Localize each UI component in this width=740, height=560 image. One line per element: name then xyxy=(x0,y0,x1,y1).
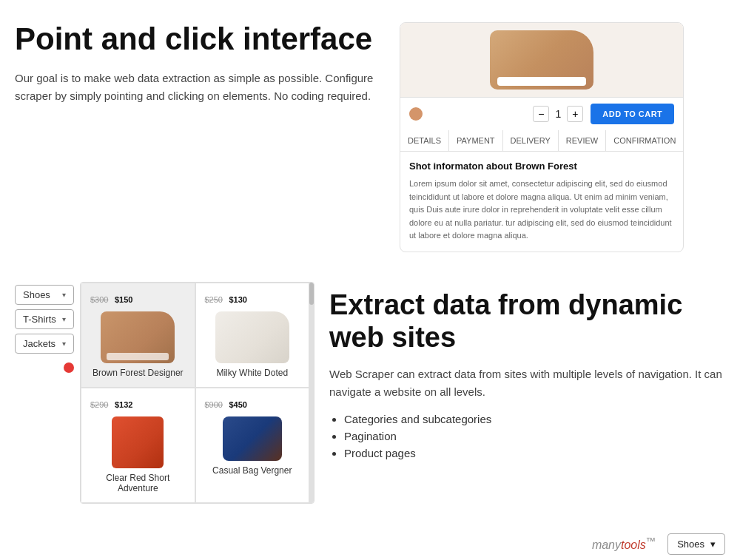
extract-heading: Extract data from dynamic web sites xyxy=(329,289,725,354)
tab-review[interactable]: REVIEW xyxy=(559,130,606,151)
bottom-dropdown-label: Shoes xyxy=(677,539,704,550)
product-4-prices: $900 $450 xyxy=(205,397,247,411)
tab-details[interactable]: DETAILS xyxy=(400,130,449,151)
tab-delivery[interactable]: DELIVERY xyxy=(503,130,559,151)
product-info-text: Lorem ipsum dolor sit amet, consectetur … xyxy=(409,178,674,243)
product-3-new-price: $132 xyxy=(115,400,132,409)
product-4-name: Casual Bag Vergner xyxy=(212,465,292,476)
add-to-cart-button[interactable]: ADD TO CART xyxy=(591,104,674,124)
filter-tshirts[interactable]: T-Shirts ▾ xyxy=(15,309,74,329)
filter-jackets[interactable]: Jackets ▾ xyxy=(15,334,74,354)
product-tabs: DETAILS PAYMENT DELIVERY REVIEW CONFIRMA… xyxy=(400,130,683,152)
product-card: − 1 + ADD TO CART DETAILS PAYMENT DELIVE… xyxy=(400,22,684,252)
bullet-3: Product pages xyxy=(344,447,725,459)
product-4-new-price: $450 xyxy=(229,400,246,409)
bottom-shoes-dropdown[interactable]: Shoes ▾ xyxy=(667,533,725,555)
middle-section: Shoes ▾ T-Shirts ▾ Jackets ▾ xyxy=(0,267,740,519)
manytools-logo: manytools™ xyxy=(592,536,656,552)
product-item-2[interactable]: $250 $130 Milky White Doted xyxy=(195,283,310,388)
filter-jackets-label: Jackets xyxy=(23,338,56,349)
page: Point and click interface Our goal is to… xyxy=(0,0,740,560)
product-info-title: Shot informaton about Brown Forest xyxy=(409,161,674,172)
product-2-new-price: $130 xyxy=(229,295,246,304)
qty-decrease-button[interactable]: − xyxy=(533,106,549,122)
tab-confirmation[interactable]: CONFIRMATION xyxy=(606,130,683,151)
chevron-down-icon: ▾ xyxy=(62,291,66,299)
tab-payment[interactable]: PAYMENT xyxy=(449,130,503,151)
chevron-down-icon: ▾ xyxy=(62,340,66,348)
filter-shoes-label: Shoes xyxy=(23,289,50,300)
product-2-image xyxy=(215,311,289,363)
filter-tshirts-label: T-Shirts xyxy=(23,314,56,325)
selection-indicator xyxy=(64,362,74,373)
extract-description: Web Scraper can extract data from sites … xyxy=(329,365,725,401)
quantity-control: − 1 + xyxy=(533,106,583,122)
page-title: Point and click interface xyxy=(15,22,385,56)
product-1-old-price: $300 xyxy=(90,295,108,304)
chevron-down-icon: ▾ xyxy=(62,315,66,323)
color-swatch[interactable] xyxy=(409,107,423,121)
product-1-name: Brown Forest Designer xyxy=(92,368,184,378)
product-1-image xyxy=(101,311,175,363)
bottom-bar: manytools™ Shoes ▾ xyxy=(0,519,740,560)
product-1-prices: $300 $150 xyxy=(90,292,132,306)
product-image xyxy=(490,30,593,90)
quantity-value: 1 xyxy=(555,108,561,120)
product-card-preview: − 1 + ADD TO CART DETAILS PAYMENT DELIVE… xyxy=(400,22,684,252)
product-3-image xyxy=(112,416,164,468)
scrollbar[interactable] xyxy=(309,283,314,503)
left-panel: Shoes ▾ T-Shirts ▾ Jackets ▾ xyxy=(15,282,314,504)
product-2-old-price: $250 xyxy=(205,295,223,304)
scrollbar-thumb[interactable] xyxy=(309,283,314,305)
bullet-2: Pagination xyxy=(344,430,725,442)
filter-shoes[interactable]: Shoes ▾ xyxy=(15,285,74,305)
product-2-prices: $250 $130 xyxy=(205,292,247,306)
product-item-3[interactable]: $290 $132 Clear Red Short Adventure xyxy=(81,388,195,503)
qty-increase-button[interactable]: + xyxy=(567,106,583,122)
product-3-old-price: $290 xyxy=(90,400,108,409)
product-4-image xyxy=(223,416,282,461)
hero-description: Our goal is to make web data extraction … xyxy=(15,70,385,105)
filter-sidebar: Shoes ▾ T-Shirts ▾ Jackets ▾ xyxy=(15,282,74,504)
product-item-1[interactable]: $300 $150 Brown Forest Designer xyxy=(81,283,195,388)
top-section: Point and click interface Our goal is to… xyxy=(0,0,740,267)
product-item-4[interactable]: $900 $450 Casual Bag Vergner xyxy=(195,388,310,503)
extract-bullets: Categories and subcategories Pagination … xyxy=(329,413,725,459)
product-2-name: Milky White Doted xyxy=(216,368,288,378)
product-4-old-price: $900 xyxy=(205,400,223,409)
product-3-prices: $290 $132 xyxy=(90,397,132,411)
extract-section: Extract data from dynamic web sites Web … xyxy=(329,282,725,464)
product-3-name: Clear Red Short Adventure xyxy=(90,473,186,493)
product-image-area xyxy=(400,23,683,97)
product-info: Shot informaton about Brown Forest Lorem… xyxy=(400,152,683,252)
bullet-1: Categories and subcategories xyxy=(344,413,725,425)
hero-left: Point and click interface Our goal is to… xyxy=(15,22,385,252)
product-1-new-price: $150 xyxy=(115,295,132,304)
chevron-down-icon: ▾ xyxy=(710,539,716,550)
product-controls: − 1 + ADD TO CART xyxy=(400,97,683,130)
